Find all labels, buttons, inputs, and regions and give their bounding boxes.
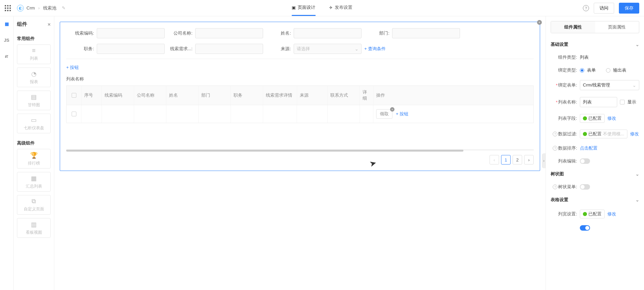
radio-output[interactable] <box>606 68 610 73</box>
left-rail: ▦ JS ៩ <box>0 16 14 290</box>
comp-report[interactable]: ◔报表 <box>17 67 51 87</box>
prop-label: *列表名称: <box>551 99 577 105</box>
support-toggle[interactable] <box>580 225 590 231</box>
filter-label: 线索编码: <box>66 30 97 36</box>
prop-label: 绑定类型: <box>551 67 577 73</box>
radio-form[interactable] <box>580 68 584 73</box>
table-header: 序号 线索编码 公司名称 姓名 部门 职务 线索需求详情 来源 联系方式 详细 … <box>67 86 533 105</box>
prop-label: 组件类型: <box>551 54 577 60</box>
col-src: 来源 <box>297 86 328 105</box>
list-edit-toggle[interactable] <box>580 158 590 164</box>
page-2-button[interactable]: 2 <box>513 155 522 165</box>
trophy-icon: 🏆 <box>30 152 38 159</box>
kanban-icon: ▥ <box>31 221 37 228</box>
filter-label: 姓名: <box>263 30 294 36</box>
css-icon[interactable]: ៩ <box>3 53 10 60</box>
col-job: 职务 <box>231 86 263 105</box>
pagination: ‹ 1 2 › <box>66 155 534 165</box>
tab-page-design[interactable]: ▣ 页面设计 <box>292 0 315 16</box>
comp-list[interactable]: ≡列表 <box>17 44 51 64</box>
section-basic[interactable]: 基础设置⌄ <box>551 38 639 51</box>
col-code: 线索编码 <box>102 86 134 105</box>
visit-button[interactable]: 访问 <box>594 3 614 14</box>
pie-icon: ◔ <box>31 70 37 78</box>
help-icon: ? <box>553 132 557 136</box>
check-icon <box>583 212 587 216</box>
filter-label: 来源: <box>263 46 294 52</box>
col-req: 线索需求详情 <box>263 86 297 105</box>
page-next-button[interactable]: › <box>524 155 534 165</box>
apps-launcher-icon[interactable] <box>5 5 11 11</box>
tab-label: 页面设计 <box>298 4 315 11</box>
filter-label: 公司名称: <box>165 30 195 36</box>
tab-page-props[interactable]: 页面属性 <box>595 21 639 33</box>
col-name: 姓名 <box>166 86 199 105</box>
add-filter-link[interactable]: + 查询条件 <box>364 46 386 52</box>
filter-input-name[interactable] <box>294 28 362 38</box>
section-tree[interactable]: 树状图⌄ <box>551 168 639 180</box>
page-1-button[interactable]: 1 <box>501 155 511 165</box>
chevron-down-icon: ⌄ <box>636 42 639 47</box>
breadcrumb-page[interactable]: 线索池 <box>43 5 56 11</box>
chevron-right-icon: › <box>38 5 40 11</box>
show-checkbox[interactable] <box>620 100 625 104</box>
bound-form-select[interactable]: Crm/线索管理⌄ <box>580 80 639 90</box>
collapse-panel-icon[interactable]: › <box>542 153 546 168</box>
list-name-input[interactable]: 列表 <box>580 97 617 107</box>
comp-dashboard[interactable]: ▭七析仪表盘 <box>17 114 51 133</box>
tab-label: 发布设置 <box>335 4 352 11</box>
check-icon <box>583 116 587 120</box>
section-table[interactable]: 表格设置⌄ <box>551 193 639 206</box>
prop-label: 列表字段: <box>551 115 577 121</box>
table: 序号 线索编码 公司名称 姓名 部门 职务 线索需求详情 来源 联系方式 详细 … <box>66 85 534 123</box>
edit-fields-link[interactable]: 修改 <box>607 115 616 121</box>
tree-menu-toggle[interactable] <box>580 184 590 190</box>
header: ◐ Crm › 线索池 ✎ ▣ 页面设计 ✈ 发布设置 ? 访问 保存 <box>0 0 644 16</box>
layout-icon: ▣ <box>292 5 296 10</box>
edit-colwidth-link[interactable]: 修改 <box>607 211 616 217</box>
tab-publish-settings[interactable]: ✈ 发布设置 <box>329 0 352 16</box>
comp-gantt[interactable]: ▤甘特图 <box>17 91 51 110</box>
configured-badge: 已配置 不使用模... <box>580 130 627 138</box>
edit-icon[interactable]: ✎ <box>62 5 66 11</box>
filter-input-requirement[interactable] <box>195 44 263 54</box>
remove-component-icon[interactable]: × <box>537 20 542 25</box>
table-row: 领取 × + 按钮 <box>67 105 533 123</box>
horizontal-scrollbar[interactable] <box>66 150 534 150</box>
comp-leaderboard[interactable]: 🏆排行榜 <box>17 149 51 169</box>
configure-sort-link[interactable]: 点击配置 <box>580 145 597 151</box>
prop-label: ?数据排序: <box>551 145 577 151</box>
filter-input-code[interactable] <box>97 28 165 38</box>
row-checkbox[interactable] <box>72 112 76 116</box>
select-all-checkbox[interactable] <box>72 93 76 98</box>
tab-component-props[interactable]: 组件属性 <box>551 21 595 33</box>
list-component-selected[interactable]: × 线索编码: 公司名称: 姓名: 部门: 职务: 线索需求...: 来源:请选… <box>60 22 540 171</box>
help-icon: ? <box>553 146 557 151</box>
close-icon[interactable]: × <box>48 21 51 27</box>
filter-input-job[interactable] <box>97 44 165 54</box>
comp-custom-page[interactable]: ⧉自定义页面 <box>17 195 51 215</box>
filter-input-dept[interactable] <box>392 28 460 38</box>
canvas[interactable]: × 线索编码: 公司名称: 姓名: 部门: 职务: 线索需求...: 来源:请选… <box>54 16 546 290</box>
js-icon[interactable]: JS <box>3 37 10 43</box>
comp-summary[interactable]: ▦汇总列表 <box>17 172 51 192</box>
filter-input-company[interactable] <box>195 28 263 38</box>
panel-title: 组件 <box>17 21 27 27</box>
remove-action-icon[interactable]: × <box>390 107 394 112</box>
comp-kanban[interactable]: ▥看板视图 <box>17 218 51 238</box>
col-dept: 部门 <box>199 86 231 105</box>
configured-badge: 已配置 <box>580 114 605 123</box>
breadcrumb-app[interactable]: Crm <box>26 5 35 11</box>
filter-select-source[interactable]: 请选择⌄ <box>294 44 362 54</box>
monitor-icon: ▭ <box>31 116 37 124</box>
table-icon: ▦ <box>31 175 37 182</box>
action-receive-button[interactable]: 领取 × <box>376 109 392 119</box>
page-prev-button[interactable]: ‹ <box>490 155 499 165</box>
edit-filter-link[interactable]: 修改 <box>630 131 639 137</box>
add-action-link[interactable]: + 按钮 <box>396 111 408 117</box>
components-icon[interactable]: ▦ <box>3 20 10 27</box>
add-button-link[interactable]: + 按钮 <box>66 64 79 71</box>
help-icon[interactable]: ? <box>583 5 589 11</box>
prop-label: *绑定表单: <box>551 82 577 88</box>
save-button[interactable]: 保存 <box>619 3 639 14</box>
